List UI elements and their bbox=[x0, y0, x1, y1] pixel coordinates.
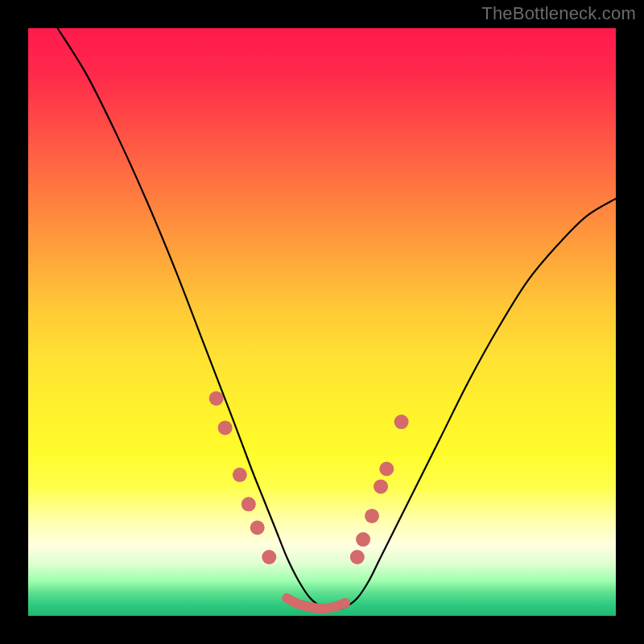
markers-left-group bbox=[209, 391, 277, 564]
marker-dot bbox=[250, 521, 265, 535]
marker-dot bbox=[365, 509, 379, 523]
marker-dot bbox=[379, 462, 394, 477]
marker-dot bbox=[262, 550, 276, 564]
marker-dot bbox=[374, 479, 388, 493]
marker-dot bbox=[233, 468, 247, 482]
chart-frame: TheBottleneck.com bbox=[0, 0, 644, 644]
plot-area bbox=[28, 28, 616, 616]
marker-dot bbox=[356, 532, 370, 547]
valley-highlight bbox=[287, 598, 345, 609]
marker-dot bbox=[350, 550, 365, 564]
watermark-text: TheBottleneck.com bbox=[481, 3, 636, 24]
marker-dot bbox=[242, 497, 256, 511]
main-curve bbox=[58, 28, 617, 610]
chart-svg bbox=[28, 28, 616, 616]
marker-dot bbox=[209, 391, 224, 406]
marker-dot bbox=[218, 420, 233, 435]
marker-dot bbox=[394, 415, 409, 429]
markers-right-group bbox=[350, 415, 409, 564]
